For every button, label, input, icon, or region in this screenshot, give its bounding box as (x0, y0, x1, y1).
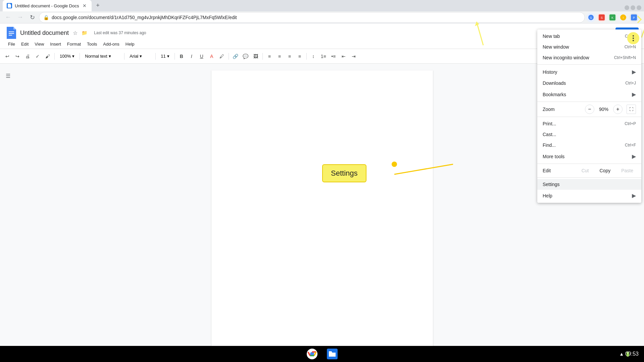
bold-button[interactable]: B (177, 52, 186, 61)
paint-format-button[interactable]: 🖌 (43, 52, 52, 61)
menu-insert[interactable]: Insert (47, 40, 64, 48)
ext-icon-3[interactable]: K (608, 13, 617, 22)
spellcheck-button[interactable]: ✓ (33, 52, 42, 61)
downloads-menu-item[interactable]: Downloads Ctrl+J (537, 78, 641, 88)
taskbar: 09:53 ▲ 🔋 (0, 346, 644, 362)
minimize-button[interactable] (625, 5, 629, 10)
decrease-indent-button[interactable]: ⇤ (339, 52, 348, 61)
underline-button[interactable]: U (197, 52, 206, 61)
settings-menu-item[interactable]: Settings (537, 179, 641, 190)
lock-icon: 🔒 (43, 15, 49, 20)
numbered-list-button[interactable]: 1≡ (319, 52, 328, 61)
left-panel: ☰ (0, 67, 16, 82)
menu-file[interactable]: File (5, 40, 18, 48)
svg-rect-11 (9, 33, 14, 34)
battery-icon: 🔋 (625, 351, 631, 357)
wifi-icon: ▲ (619, 351, 624, 357)
bookmarks-menu-item[interactable]: Bookmarks ▶ (537, 88, 641, 100)
more-tools-menu-item[interactable]: More tools ▶ (537, 150, 641, 162)
active-tab[interactable]: Untitled document - Google Docs ✕ (3, 0, 92, 11)
fullscreen-button[interactable]: ⛶ (627, 105, 636, 114)
toolbar-divider-3 (124, 53, 125, 60)
text-color-button[interactable]: A (207, 52, 216, 61)
menu-addons[interactable]: Add-ons (100, 40, 122, 48)
address-bar[interactable]: 🔒 docs.google.com/document/d/1rA1d750_mg… (39, 12, 585, 23)
address-text: docs.google.com/document/d/1rA1d750_mg4v… (52, 15, 581, 20)
toolbar-divider-5 (175, 53, 175, 60)
toolbar-divider-1 (54, 53, 55, 60)
ext-icon-1[interactable]: G (586, 13, 596, 22)
maximize-button[interactable] (631, 5, 635, 10)
paragraph-style-select[interactable]: Normal text ▾ (82, 52, 122, 61)
bulleted-list-button[interactable]: •≡ (329, 52, 338, 61)
menu-view[interactable]: View (32, 40, 47, 48)
paste-action[interactable]: Paste (618, 167, 636, 175)
justify-button[interactable]: ≡ (295, 52, 304, 61)
taskbar-files-icon[interactable] (325, 347, 340, 361)
reload-button[interactable]: ↻ (27, 12, 38, 23)
ext-icon-2[interactable]: S (597, 13, 606, 22)
zoom-out-button[interactable]: − (585, 105, 594, 114)
menu-edit[interactable]: Edit (18, 40, 31, 48)
history-menu-item[interactable]: History ▶ (537, 66, 641, 78)
highlight-color-button[interactable]: 🖊 (217, 52, 227, 61)
tab-close-button[interactable]: ✕ (82, 3, 88, 9)
font-size-select[interactable]: 11 ▾ (158, 52, 172, 61)
redo-button[interactable]: ↪ (13, 52, 22, 61)
new-tab-button[interactable]: + (93, 1, 102, 10)
find-menu-item[interactable]: Find... Ctrl+F (537, 140, 641, 150)
zoom-control: Zoom − 90% + ⛶ (537, 103, 641, 115)
forward-button[interactable]: → (15, 12, 26, 23)
cut-action[interactable]: Cut (579, 167, 592, 175)
chrome-dropdown-menu: New tab Ctrl+T New window Ctrl+N New inc… (537, 29, 641, 203)
svg-text:K: K (611, 16, 613, 19)
help-menu-item[interactable]: Help ▶ (537, 190, 641, 201)
print-button[interactable]: 🖨 (23, 52, 32, 61)
extension-icons: G S K ! P (586, 13, 639, 22)
menu-tools[interactable]: Tools (84, 40, 100, 48)
outline-button[interactable]: ☰ (2, 70, 14, 82)
last-saved-text: Last edit was 37 minutes ago (94, 31, 146, 35)
menu-divider-2 (537, 102, 641, 102)
menu-divider-3 (537, 117, 641, 117)
zoom-select[interactable]: 100% ▾ (57, 52, 78, 61)
document-page[interactable] (211, 70, 433, 355)
back-button[interactable]: ← (3, 12, 13, 23)
toolbar-divider-4 (155, 53, 156, 60)
cast-menu-item[interactable]: Cast... (537, 129, 641, 140)
zoom-in-button[interactable]: + (613, 105, 623, 114)
line-spacing-button[interactable]: ↕ (309, 52, 318, 61)
align-center-button[interactable]: ≡ (275, 52, 284, 61)
star-icon[interactable]: ☆ (73, 30, 78, 36)
menu-format[interactable]: Format (64, 40, 84, 48)
address-bar-area: ← → ↻ 🔒 docs.google.com/document/d/1rA1d… (0, 11, 644, 23)
toolbar-divider-2 (80, 53, 80, 60)
menu-divider-5 (537, 177, 641, 178)
image-button[interactable]: 🖼 (251, 52, 260, 61)
docs-title[interactable]: Untitled document (20, 29, 69, 37)
menu-help[interactable]: Help (123, 40, 137, 48)
print-menu-item[interactable]: Print... Ctrl+P (537, 118, 641, 129)
increase-indent-button[interactable]: ⇥ (349, 52, 358, 61)
close-button[interactable] (637, 5, 641, 10)
three-dot-menu-button[interactable] (627, 32, 639, 44)
svg-rect-10 (9, 32, 14, 32)
undo-button[interactable]: ↩ (3, 52, 12, 61)
svg-text:G: G (590, 16, 592, 19)
copy-action[interactable]: Copy (597, 167, 613, 175)
taskbar-chrome-icon[interactable] (305, 347, 319, 361)
toolbar-divider-8 (306, 53, 307, 60)
new-tab-menu-item[interactable]: New tab Ctrl+T (537, 31, 641, 42)
align-right-button[interactable]: ≡ (285, 52, 294, 61)
link-button[interactable]: 🔗 (231, 52, 240, 61)
incognito-window-menu-item[interactable]: New incognito window Ctrl+Shift+N (537, 52, 641, 63)
font-select[interactable]: Arial ▾ (127, 52, 153, 61)
align-left-button[interactable]: ≡ (265, 52, 274, 61)
toolbar-divider-6 (229, 53, 229, 60)
new-window-menu-item[interactable]: New window Ctrl+N (537, 42, 641, 52)
comment-button[interactable]: 💬 (241, 52, 250, 61)
italic-button[interactable]: I (187, 52, 196, 61)
folder-icon[interactable]: 📁 (82, 30, 87, 36)
ext-icon-4[interactable]: ! (618, 13, 628, 22)
svg-text:!: ! (623, 16, 624, 19)
